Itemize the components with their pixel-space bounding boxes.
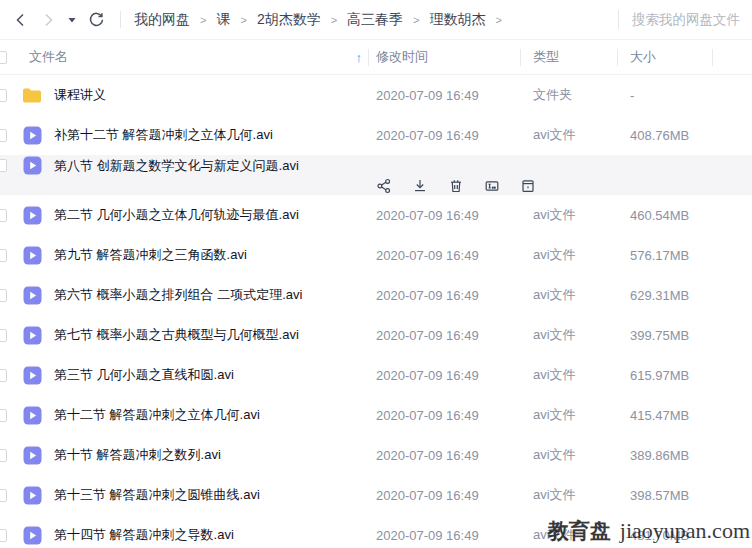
select-all-checkbox[interactable] [0, 51, 7, 64]
file-modified: 2020-07-09 16:49 [368, 368, 520, 383]
file-size: 576.17MB [617, 248, 712, 263]
search-divider [618, 10, 619, 29]
refresh-button[interactable] [87, 11, 105, 29]
file-modified: 2020-07-09 16:49 [368, 88, 520, 103]
row-checkbox[interactable] [0, 489, 7, 502]
table-row[interactable]: 第八节 创新题之数学文化与新定义问题.avi [0, 155, 752, 195]
file-type: avi文件 [520, 246, 617, 264]
toolbar-divider [120, 11, 121, 28]
history-caret-icon[interactable] [66, 11, 78, 29]
file-name[interactable]: 第七节 概率小题之古典概型与几何概型.avi [54, 326, 299, 344]
breadcrumb-item[interactable]: 我的网盘 [134, 11, 190, 29]
file-name[interactable]: 第十三节 解答题冲刺之圆锥曲线.avi [54, 486, 260, 504]
file-name[interactable]: 第三节 几何小题之直线和圆.avi [54, 366, 234, 384]
row-checkbox[interactable] [0, 209, 7, 222]
file-type: avi文件 [520, 526, 617, 544]
table-row[interactable]: 课程讲义 2020-07-09 16:49 文件夹 - [0, 75, 752, 115]
folder-icon [22, 85, 42, 105]
table-row[interactable]: 第六节 概率小题之排列组合 二项式定理.avi 2020-07-09 16:49… [0, 275, 752, 315]
table-row[interactable]: 第三节 几何小题之直线和圆.avi 2020-07-09 16:49 avi文件… [0, 355, 752, 395]
file-modified: 2020-07-09 16:49 [368, 208, 520, 223]
table-row[interactable]: 第十三节 解答题冲刺之圆锥曲线.avi 2020-07-09 16:49 avi… [0, 475, 752, 515]
row-checkbox[interactable] [0, 529, 7, 542]
search-area [618, 10, 752, 29]
search-input[interactable] [632, 12, 744, 27]
file-name[interactable]: 第二节 几何小题之立体几何轨迹与最值.avi [54, 206, 299, 224]
row-checkbox[interactable] [0, 369, 7, 382]
header-modified[interactable]: 修改时间 [368, 40, 520, 74]
table-row[interactable]: 第十二节 解答题冲刺之立体几何.avi 2020-07-09 16:49 avi… [0, 395, 752, 435]
file-size: 615.97MB [617, 368, 712, 383]
breadcrumb-item[interactable]: 课 [216, 11, 230, 29]
sort-ascending-icon[interactable]: ↑ [356, 50, 363, 65]
file-modified: 2020-07-09 16:49 [368, 528, 520, 543]
video-icon [22, 485, 42, 505]
breadcrumb-item[interactable]: 高三春季 [347, 11, 403, 29]
file-name[interactable]: 第十四节 解答题冲刺之导数.avi [54, 526, 234, 544]
file-type: avi文件 [520, 206, 617, 224]
file-modified: 2020-07-09 16:49 [368, 248, 520, 263]
row-checkbox[interactable] [0, 129, 7, 142]
table-header: 文件名 ↑ 修改时间 类型 大小 [0, 40, 752, 75]
file-type: avi文件 [520, 126, 617, 144]
row-actions [368, 177, 752, 194]
row-checkbox[interactable] [0, 159, 7, 172]
toolbar: 我的网盘>课>2胡杰数学>高三春季>理数胡杰> [0, 0, 752, 40]
video-icon [22, 405, 42, 425]
row-checkbox[interactable] [0, 449, 7, 462]
box-icon[interactable] [519, 177, 536, 194]
file-name[interactable]: 第十二节 解答题冲刺之立体几何.avi [54, 406, 260, 424]
forward-button[interactable] [39, 11, 57, 29]
row-checkbox[interactable] [0, 329, 7, 342]
table-row[interactable]: 第九节 解答题冲刺之三角函数.avi 2020-07-09 16:49 avi文… [0, 235, 752, 275]
video-icon [22, 525, 42, 545]
file-name[interactable]: 第九节 解答题冲刺之三角函数.avi [54, 246, 247, 264]
video-icon [22, 156, 42, 176]
file-name[interactable]: 补第十二节 解答题冲刺之立体几何.avi [54, 126, 273, 144]
row-checkbox[interactable] [0, 89, 7, 102]
file-name[interactable]: 课程讲义 [54, 86, 106, 104]
video-icon [22, 125, 42, 145]
rename-icon[interactable] [483, 177, 500, 194]
row-checkbox[interactable] [0, 249, 7, 262]
file-type: avi文件 [520, 486, 617, 504]
breadcrumb-separator: > [413, 14, 419, 26]
share-icon[interactable] [375, 177, 392, 194]
table-row[interactable]: 补第十二节 解答题冲刺之立体几何.avi 2020-07-09 16:49 av… [0, 115, 752, 155]
back-button[interactable] [12, 11, 30, 29]
breadcrumb-item[interactable]: 2胡杰数学 [257, 11, 321, 29]
video-icon [22, 445, 42, 465]
file-modified: 2020-07-09 16:49 [368, 328, 520, 343]
file-size: 398.57MB [617, 488, 712, 503]
header-extra [712, 40, 752, 74]
file-name[interactable]: 第十节 解答题冲刺之数列.avi [54, 446, 221, 464]
table-row[interactable]: 第十四节 解答题冲刺之导数.avi 2020-07-09 16:49 avi文件… [0, 515, 752, 548]
row-checkbox[interactable] [0, 289, 7, 302]
breadcrumb-separator: > [200, 14, 206, 26]
file-name[interactable]: 第八节 创新题之数学文化与新定义问题.avi [54, 157, 299, 175]
file-type: avi文件 [520, 366, 617, 384]
file-size: - [617, 88, 712, 103]
delete-icon[interactable] [447, 177, 464, 194]
breadcrumb: 我的网盘>课>2胡杰数学>高三春季>理数胡杰> [134, 11, 618, 29]
file-type: avi文件 [520, 286, 617, 304]
video-icon [22, 325, 42, 345]
file-modified: 2020-07-09 16:49 [368, 448, 520, 463]
download-icon[interactable] [411, 177, 428, 194]
file-list: 课程讲义 2020-07-09 16:49 文件夹 - 补第十二节 解答题冲刺之… [0, 75, 752, 548]
table-row[interactable]: 第十节 解答题冲刺之数列.avi 2020-07-09 16:49 avi文件 … [0, 435, 752, 475]
header-type[interactable]: 类型 [520, 40, 617, 74]
header-filename[interactable]: 文件名 ↑ [0, 40, 368, 74]
row-checkbox[interactable] [0, 409, 7, 422]
table-row[interactable]: 第二节 几何小题之立体几何轨迹与最值.avi 2020-07-09 16:49 … [0, 195, 752, 235]
file-type: 文件夹 [520, 86, 617, 104]
video-icon [22, 205, 42, 225]
file-size: 415.47MB [617, 408, 712, 423]
breadcrumb-item[interactable]: 理数胡杰 [430, 11, 486, 29]
file-name[interactable]: 第六节 概率小题之排列组合 二项式定理.avi [54, 286, 302, 304]
breadcrumb-separator: > [496, 14, 502, 26]
file-type: avi文件 [520, 406, 617, 424]
header-size[interactable]: 大小 [617, 40, 712, 74]
header-filename-label: 文件名 [29, 48, 68, 66]
table-row[interactable]: 第七节 概率小题之古典概型与几何概型.avi 2020-07-09 16:49 … [0, 315, 752, 355]
